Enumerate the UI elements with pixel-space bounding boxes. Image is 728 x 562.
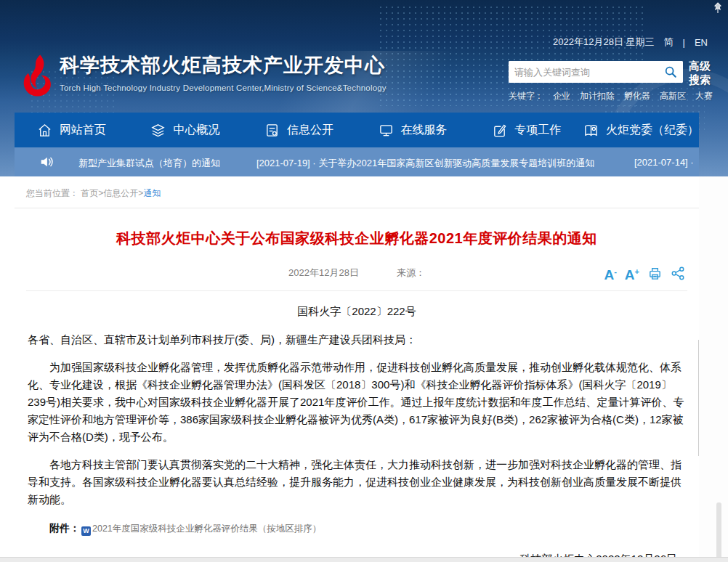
search-icon	[664, 65, 677, 78]
nav-label: 专项工作	[514, 123, 561, 138]
publish-date: 2022年12月28日	[288, 266, 359, 280]
meta-divider	[26, 290, 687, 291]
source-label: 来源：	[397, 266, 425, 280]
font-decrease-letter: A	[604, 267, 614, 282]
body-paragraph-2: 各地方科技主管部门要认真贯彻落实党的二十大精神，强化主体责任，大力推动科技创新，…	[28, 456, 686, 508]
content-edge-line	[698, 340, 699, 456]
breadcrumb: 您当前位置： 首页>信息公开>通知	[15, 176, 699, 208]
keyword-link[interactable]: 孵化器	[624, 90, 650, 102]
ticker-title: 关于举办2021年国家高新区创新驱动高质量发展专题培训班的通知	[318, 158, 594, 168]
body-paragraph-1: 为加强国家级科技企业孵化器管理，发挥优质孵化器示范带动作用，促进科技创业孵化高质…	[28, 359, 686, 446]
pen-icon	[492, 123, 507, 138]
nav-item-home[interactable]: 网站首页	[15, 113, 129, 147]
lang-en-link[interactable]: EN	[695, 37, 708, 48]
nav-label: 网站首页	[60, 123, 106, 138]
right-margin-strip	[699, 176, 728, 562]
current-date: 2022年12月28日 星期三	[553, 36, 654, 49]
home-icon	[37, 123, 52, 138]
ticker-item[interactable]: 新型产业集群试点（培育）的通知	[78, 157, 220, 170]
font-decrease-sign: -	[614, 267, 617, 276]
attachment-link[interactable]: 2021年度国家级科技企业孵化器评价结果（按地区排序）	[92, 524, 321, 534]
search-box	[509, 61, 683, 83]
nav-label: 信息公开	[287, 123, 333, 138]
keyword-link[interactable]: 高新区	[660, 90, 686, 102]
word-doc-icon: W	[81, 526, 91, 536]
site-logo-block: 科学技术部火炬高技术产业开发中心 Torch High Technology I…	[17, 52, 387, 99]
breadcrumb-section-link[interactable]: 信息公开	[103, 188, 138, 198]
article-tools: A- A+	[604, 264, 686, 282]
footer-top-band	[0, 557, 728, 562]
layers-icon	[150, 123, 166, 138]
keyword-link[interactable]: 大赛	[695, 90, 713, 102]
advanced-search-line1: 高级	[689, 59, 711, 73]
lang-separator: |	[683, 37, 685, 48]
book-icon	[583, 123, 599, 138]
document-icon	[264, 123, 280, 138]
breadcrumb-home-link[interactable]: 首页	[81, 188, 98, 198]
article-meta: 2022年12月28日 来源： A- A+	[15, 266, 699, 284]
news-ticker: 新型产业集群试点（培育）的通知 [2021-07-19] · 关于举办2021年…	[15, 147, 699, 176]
speaker-icon	[39, 155, 54, 169]
font-increase-letter: A	[625, 267, 635, 282]
hot-keywords: 关键字： 企业 加计扣除 孵化器 高新区 大赛	[509, 90, 713, 102]
ticker-item[interactable]: [2021-07-14] ·	[634, 157, 694, 168]
breadcrumb-label: 您当前位置：	[26, 188, 78, 198]
nav-label: 火炬党委（纪委）	[606, 123, 699, 138]
article-container: 您当前位置： 首页>信息公开>通知 科技部火炬中心关于公布国家级科技企业孵化器2…	[15, 176, 699, 562]
nav-item-information[interactable]: 信息公开	[242, 113, 356, 147]
scrollbar-thumb[interactable]	[716, 502, 721, 562]
site-subtitle: Torch High Technology Industry Developme…	[60, 84, 387, 92]
lang-simplified-link[interactable]: 简	[664, 36, 674, 49]
nav-item-overview[interactable]: 中心概况	[129, 113, 243, 147]
advanced-search-line2: 搜索	[689, 73, 711, 86]
font-increase-button[interactable]: A+	[625, 264, 639, 282]
site-title: 科学技术部火炬高技术产业开发中心	[60, 52, 387, 78]
attachment-label: 附件：	[49, 522, 80, 534]
share-icon[interactable]	[671, 266, 686, 281]
nav-label: 中心概况	[173, 123, 219, 138]
ticker-item[interactable]: [2021-07-19] · 关于举办2021年国家高新区创新驱动高质量发展专题…	[256, 157, 594, 170]
keyword-link[interactable]: 加计扣除	[580, 90, 615, 102]
topbar: 2022年12月28日 星期三 简 | EN	[553, 36, 708, 49]
ticker-sep: ·	[310, 158, 319, 168]
search-input[interactable]	[509, 61, 658, 83]
article-title: 科技部火炬中心关于公布国家级科技企业孵化器2021年度评价结果的通知	[15, 229, 699, 248]
monitor-icon	[379, 123, 394, 138]
advanced-search-link[interactable]: 高级 搜索	[689, 59, 711, 86]
nav-label: 在线服务	[401, 123, 448, 138]
pin-icon[interactable]	[713, 2, 723, 14]
attachment-row: 附件：W2021年度国家级科技企业孵化器评价结果（按地区排序）	[28, 522, 686, 536]
keyword-link[interactable]: 企业	[553, 90, 570, 102]
search-button[interactable]	[658, 61, 683, 83]
ticker-sep: ·	[688, 157, 694, 168]
nav-item-special-projects[interactable]: 专项工作	[469, 113, 583, 147]
torch-logo-icon	[17, 54, 55, 99]
keywords-label: 关键字：	[509, 90, 543, 102]
main-navigation: 网站首页 中心概况 信息公开 在线服务 专项工作	[15, 113, 699, 147]
nav-item-online-services[interactable]: 在线服务	[356, 113, 470, 147]
font-decrease-button[interactable]: A-	[604, 264, 616, 282]
font-increase-sign: +	[635, 267, 639, 276]
print-icon[interactable]	[647, 266, 663, 281]
ticker-title: 新型产业集群试点（培育）的通知	[78, 158, 220, 168]
breadcrumb-current-link[interactable]: 通知	[143, 188, 161, 198]
salutation-paragraph: 各省、自治区、直辖市及计划单列市科技厅(委、局)，新疆生产建设兵团科技局：	[28, 331, 686, 349]
ticker-date: [2021-07-19]	[256, 158, 310, 168]
document-number: 国科火字〔2022〕222号	[15, 305, 699, 319]
article-body: 各省、自治区、直辖市及计划单列市科技厅(委、局)，新疆生产建设兵团科技局： 为加…	[28, 331, 686, 508]
ticker-date: [2021-07-14]	[634, 157, 688, 168]
nav-item-party-committee[interactable]: 火炬党委（纪委）	[583, 113, 699, 147]
